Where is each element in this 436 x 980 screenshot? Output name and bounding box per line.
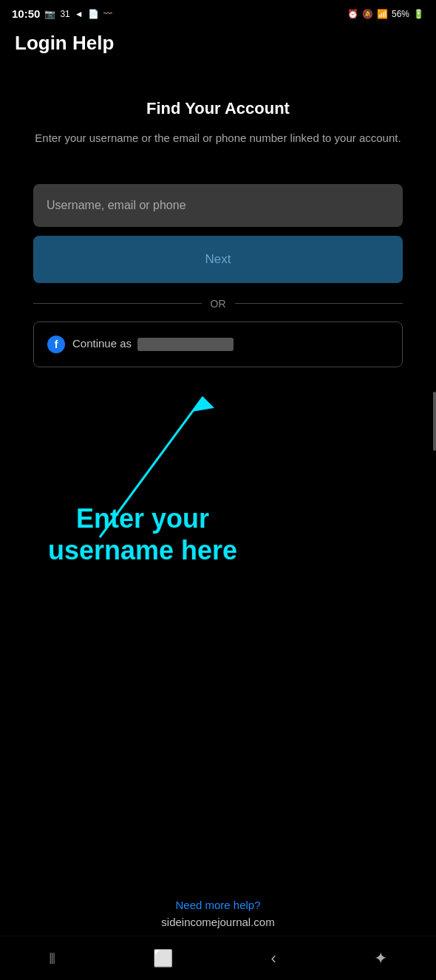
annotation-text: Enter yourusername here xyxy=(48,503,237,566)
notification-icon: 📷 xyxy=(44,9,55,19)
username-email-phone-input[interactable] xyxy=(33,184,403,227)
battery-icon: 🔋 xyxy=(413,9,424,19)
calendar-icon: 31 xyxy=(60,9,69,19)
status-right: ⏰ 🔕 📶 56% 🔋 xyxy=(347,9,424,19)
battery-text: 56% xyxy=(392,9,409,19)
recent-apps-icon[interactable]: ⦀ xyxy=(49,949,55,968)
need-help-link[interactable]: Need more help? xyxy=(0,899,436,911)
accessibility-icon[interactable]: ✦ xyxy=(374,949,387,968)
home-icon[interactable]: ⬜ xyxy=(153,949,173,968)
page-header: Login Help xyxy=(0,24,436,55)
facebook-icon: f xyxy=(47,336,65,353)
footer: Need more help? sideincomejournal.com xyxy=(0,899,436,928)
next-button[interactable]: Next xyxy=(33,236,403,283)
scroll-indicator xyxy=(433,392,436,451)
back-icon: ◄ xyxy=(75,9,84,19)
find-account-title: Find Your Account xyxy=(146,99,290,118)
or-text: OR xyxy=(211,298,226,310)
mute-icon: 🔕 xyxy=(362,9,373,19)
or-line-right xyxy=(235,303,403,304)
status-time: 10:50 xyxy=(12,7,40,20)
find-account-description: Enter your username or the email or phon… xyxy=(35,130,401,147)
main-content: Find Your Account Enter your username or… xyxy=(0,55,436,582)
wifi-icon2: 〰 xyxy=(103,9,112,19)
or-divider: OR xyxy=(33,298,403,310)
nav-bar: ⦀ ⬜ ‹ ✦ xyxy=(0,936,436,980)
status-bar: 10:50 📷 31 ◄ 📄 〰 ⏰ 🔕 📶 56% 🔋 xyxy=(0,0,436,24)
back-nav-icon[interactable]: ‹ xyxy=(270,949,276,968)
alarm-icon: ⏰ xyxy=(347,9,358,19)
svg-marker-1 xyxy=(192,397,214,412)
doc-icon: 📄 xyxy=(88,9,99,19)
or-line-left xyxy=(33,303,202,304)
page-title: Login Help xyxy=(15,32,421,55)
status-left: 10:50 📷 31 ◄ 📄 〰 xyxy=(12,7,112,20)
annotation-area: Enter yourusername here xyxy=(33,375,403,582)
continue-as-text: Continue as xyxy=(72,337,234,351)
signal-icon: 📶 xyxy=(377,9,388,19)
website-text: sideincomejournal.com xyxy=(0,916,436,928)
continue-as-button[interactable]: f Continue as xyxy=(33,321,403,367)
blurred-username xyxy=(137,338,234,351)
